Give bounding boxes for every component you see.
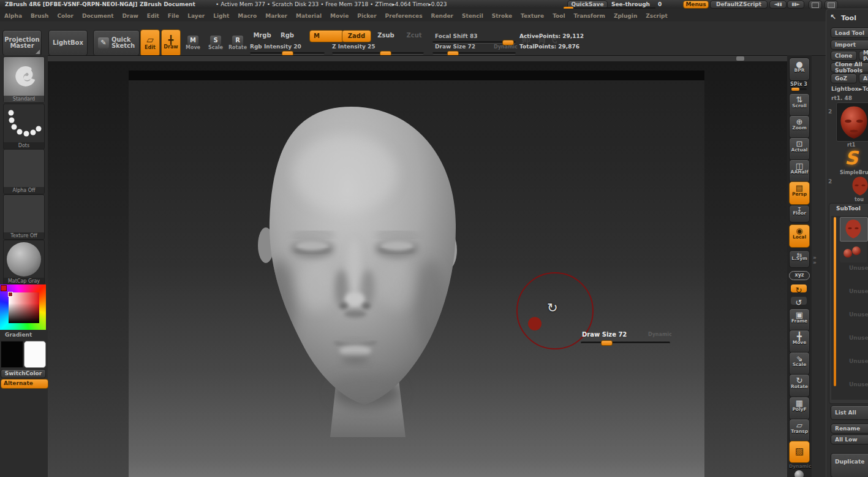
draw-size-track[interactable] <box>432 52 516 55</box>
zoom-button[interactable]: ⊕Zoom <box>789 115 810 139</box>
menu-marker[interactable]: Marker <box>261 10 292 19</box>
matcap-gray-button[interactable]: MatCap Gray <box>3 240 45 285</box>
subtool-unused-row[interactable]: Unused 7 <box>849 381 868 387</box>
window-paste-icon[interactable] <box>825 1 838 9</box>
canvas[interactable]: ↻ Draw Size 72 Dynamic <box>48 61 787 477</box>
menu-color[interactable]: Color <box>53 10 78 19</box>
menu-brush[interactable]: Brush <box>26 10 53 19</box>
tou-thumbnail[interactable] <box>850 175 868 197</box>
simplebrush-icon[interactable]: S <box>845 147 858 169</box>
menus-button[interactable]: Menus <box>683 1 709 9</box>
scroll-button[interactable]: ⇅Scroll <box>789 93 810 116</box>
bpr-button[interactable]: ●BPR <box>789 58 810 81</box>
mrgb-button[interactable]: Mrgb <box>250 31 274 41</box>
subtool-item-eyes[interactable] <box>840 242 867 262</box>
all-low-button[interactable]: All Low <box>831 435 868 445</box>
draw-button[interactable]: ╋ Draw <box>161 29 181 56</box>
switch-color-button[interactable]: SwitchColor <box>1 369 46 378</box>
goz-button[interactable]: GoZ <box>831 74 857 83</box>
local-button[interactable]: ◉Local <box>789 224 810 248</box>
zsub-button[interactable]: Zsub <box>372 30 399 41</box>
z-intensity-label[interactable]: Z Intensity 25 <box>332 44 376 50</box>
focal-shift-label[interactable]: Focal Shift 83 <box>435 33 477 39</box>
lightbox-button[interactable]: LightBox <box>48 30 88 56</box>
zadd-button[interactable]: Zadd <box>342 30 371 42</box>
dynamic-button[interactable]: Dynamic <box>789 464 809 477</box>
menu-transform[interactable]: Transform <box>570 10 609 19</box>
panel-divider-ticks[interactable]: »» <box>813 255 817 265</box>
menu-light[interactable]: Light <box>209 10 233 19</box>
current-tool-thumbnail[interactable] <box>836 102 868 142</box>
menu-stroke[interactable]: Stroke <box>488 10 516 19</box>
rotate-canvas-button[interactable]: ↻Rotate <box>789 374 810 397</box>
subtool-unused-row[interactable]: Unused 4 <box>849 311 868 318</box>
menu-stencil[interactable]: Stencil <box>458 10 488 19</box>
aahalf-button[interactable]: ◫AAHalf <box>789 159 810 183</box>
subtool-title[interactable]: SubTool <box>836 205 861 212</box>
polyf-button[interactable]: ▦PolyF <box>789 397 810 420</box>
floating-draw-size-track[interactable] <box>581 342 670 344</box>
zcut-button[interactable]: Zcut <box>402 30 426 41</box>
gradient-label[interactable]: Gradient <box>5 332 32 338</box>
scale-button[interactable]: S Scale <box>206 31 225 55</box>
menu-layer[interactable]: Layer <box>183 10 209 19</box>
menu-render[interactable]: Render <box>427 10 458 19</box>
scale-canvas-button[interactable]: ⇘Scale <box>789 352 810 375</box>
spix-track[interactable] <box>791 88 807 90</box>
color-picker-sv-square[interactable] <box>9 292 39 323</box>
spix-button[interactable]: SPix 3 <box>789 82 809 90</box>
subtool-unused-row[interactable]: Unused 5 <box>849 335 868 341</box>
menu-movie[interactable]: Movie <box>326 10 353 19</box>
menu-material[interactable]: Material <box>292 10 326 19</box>
default-zscript-button[interactable]: DefaultZScript <box>710 1 768 9</box>
rotate-button[interactable]: R Rotate <box>228 31 247 55</box>
palette-drag-icon[interactable]: ↖ <box>830 13 836 21</box>
m-button[interactable]: M <box>309 30 344 42</box>
draw-size-label[interactable]: Draw Size 72 <box>435 44 475 50</box>
brush-cursor-dot[interactable] <box>528 317 542 330</box>
stroke-dots-button[interactable]: Dots <box>3 104 45 150</box>
menu-file[interactable]: File <box>164 10 183 19</box>
color-picker-hue-square[interactable] <box>0 284 46 330</box>
frame-button[interactable]: ▣Frame <box>789 308 810 332</box>
menu-zscript[interactable]: Zscript <box>641 10 672 19</box>
palette-title[interactable]: Tool <box>841 14 856 22</box>
load-tool-button[interactable]: Load Tool <box>831 28 868 38</box>
zscript-next-button[interactable]: ▮▮► <box>787 1 804 9</box>
menu-picker[interactable]: Picker <box>353 10 380 19</box>
lsym-button[interactable]: ⇆L.Sym <box>789 250 810 268</box>
secondary-color-swatch[interactable] <box>24 341 46 368</box>
duplicate-button[interactable]: Duplicate <box>831 453 868 477</box>
move-canvas-button[interactable]: ╋Move <box>789 330 810 353</box>
brush-standard-button[interactable]: Standard <box>3 56 45 103</box>
see-through-label[interactable]: See-through <box>611 1 650 7</box>
rot-y-button[interactable]: ↻ <box>791 284 807 292</box>
menu-document[interactable]: Document <box>78 10 118 19</box>
quick-sketch-button[interactable]: ✎ Quick Sketch <box>93 30 140 56</box>
move-button[interactable]: M Move <box>183 31 203 55</box>
rgb-intensity-track[interactable] <box>250 52 325 55</box>
zscript-prev-button[interactable]: ◄▮▮ <box>769 1 787 9</box>
menu-zplugin[interactable]: Zplugin <box>609 10 641 19</box>
rename-button[interactable]: Rename <box>831 424 868 433</box>
color-picker-cursor[interactable] <box>8 292 13 297</box>
canvas-hscrollbar-handle[interactable] <box>736 56 744 61</box>
menu-edit[interactable]: Edit <box>143 10 164 19</box>
subtool-item-head[interactable] <box>840 217 868 242</box>
menu-macro[interactable]: Macro <box>233 10 261 19</box>
menu-draw[interactable]: Draw <box>118 10 143 19</box>
subtool-unused-row[interactable]: Unused 3 <box>849 288 868 294</box>
actual-button[interactable]: ⊡Actual <box>789 137 810 161</box>
spix-handle[interactable] <box>791 88 799 91</box>
subtool-unused-row[interactable]: Unused 2 <box>849 265 868 271</box>
z-intensity-track[interactable] <box>332 52 424 55</box>
sculpt-head-model[interactable] <box>244 103 458 437</box>
main-color-swatch[interactable] <box>1 341 23 368</box>
edit-button[interactable]: ▱ Edit <box>140 29 160 56</box>
floating-draw-size-label[interactable]: Draw Size 72 <box>582 331 627 338</box>
alternate-button[interactable]: Alternate <box>1 379 48 389</box>
alpha-off-button[interactable]: Alpha Off <box>3 149 45 194</box>
goz-all-button[interactable]: All <box>859 74 868 83</box>
projection-master-button[interactable]: Projection Master <box>2 30 42 56</box>
ghost-button[interactable]: ▨ <box>789 441 810 463</box>
